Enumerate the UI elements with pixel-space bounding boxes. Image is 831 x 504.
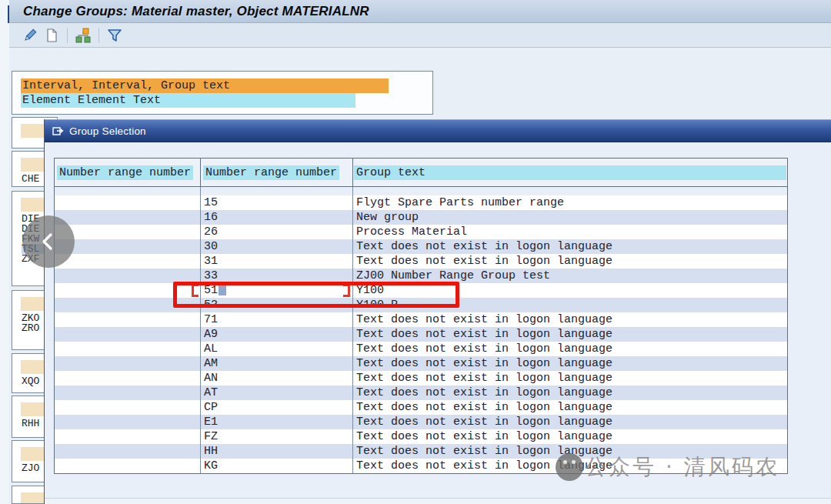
cell-range-number-2[interactable]: FZ [201,429,353,444]
table-row[interactable]: AL Text does not exist in logon language [55,342,787,356]
cell-range-number-1 [55,371,201,386]
cell-range-number-2[interactable]: 30 [201,239,353,254]
table-row[interactable]: A9 Text does not exist in logon language [55,327,787,342]
chevron-left-icon [35,229,62,255]
table-row[interactable]: 16 New group [55,210,787,225]
number-range-value: AN [204,372,218,385]
table-row[interactable]: 33 ZJ00 Number Range Group test [55,269,787,283]
table-row[interactable]: E1 Text does not exist in logon language [55,415,787,429]
filter-funnel-icon[interactable] [106,27,123,44]
header-col-3: Group text [353,159,787,186]
cell-group-text: Text does not exist in logon language [353,371,787,386]
table-row[interactable]: CP Text does not exist in logon language [55,400,787,415]
cell-range-number-1 [55,298,201,312]
cell-range-number-1 [55,459,201,473]
cell-group-text: Text does not exist in logon language [353,400,787,415]
legend-row-text: Element Element Text [21,93,355,108]
cell-range-number-2[interactable]: AM [201,356,353,371]
cell-range-number-2[interactable]: 33 [201,269,353,283]
cell-range-number-2[interactable]: 52 [201,298,353,312]
cell-range-number-2[interactable]: 26 [201,225,353,239]
table-row[interactable]: 71 Text does not exist in logon language [55,312,787,327]
hierarchy-icon[interactable] [75,27,92,44]
cell-range-number-1 [55,400,201,415]
cell-range-number-2[interactable]: E1 [201,415,353,429]
cell-group-text: Text does not exist in logon language [353,342,787,356]
cell-range-number-1 [55,225,201,239]
table-row[interactable]: 51 Y100 [55,283,787,298]
field-corner-bracket [343,290,350,297]
edit-pencil-icon[interactable] [22,27,38,44]
toolbar-separator [67,28,68,43]
table-row[interactable]: AM Text does not exist in logon language [55,356,787,371]
cell-range-number-2[interactable]: AN [201,371,353,386]
cell-range-number-2[interactable]: AT [201,386,353,400]
cell-group-text: Text does not exist in logon language [353,239,787,254]
toolbar-separator [98,28,99,43]
application-toolbar [9,23,831,48]
sap-screen: Change Groups: Material master, Object M… [0,0,831,504]
table-row[interactable]: AN Text does not exist in logon language [55,371,787,386]
cell-range-number-1 [55,342,201,356]
number-range-value: KG [204,459,218,472]
cell-range-number-2[interactable]: HH [201,444,353,459]
cell-group-text: ZJ00 Number Range Group test [353,269,787,283]
header-col-3-label: Group text [354,165,786,180]
cell-group-text: Text does not exist in logon language [353,444,787,459]
create-page-icon[interactable] [43,27,60,44]
cell-range-number-1 [55,195,201,210]
cell-range-number-1 [55,386,201,400]
cell-group-text: Text does not exist in logon language [353,356,787,371]
number-range-value: HH [204,445,218,458]
number-range-value: AM [204,357,218,370]
page-title: Change Groups: Material master, Object M… [23,4,369,19]
cell-range-number-2[interactable]: A9 [201,327,353,342]
cell-range-number-2[interactable]: KG [201,459,353,473]
number-range-value: AL [204,342,218,355]
cell-range-number-2[interactable]: 31 [201,254,353,269]
cell-group-text: Text does not exist in logon language [353,327,787,342]
cell-range-number-1 [55,429,201,444]
number-range-value: A9 [204,328,218,341]
table-row[interactable]: 30 Text does not exist in logon language [55,239,787,254]
number-range-value: AT [204,386,218,399]
table-row[interactable]: HH Text does not exist in logon language [55,444,787,459]
cell-range-number-1 [55,269,201,283]
number-range-value: CP [204,401,218,414]
cell-range-number-2[interactable]: 71 [201,312,353,327]
number-range-value: 52 [204,299,218,312]
table-row[interactable]: 52 Y100 P [55,298,787,312]
interval-legend-box: Interval, Interval, Group text Element E… [12,71,433,115]
cell-range-number-2[interactable]: 15 [201,195,353,210]
header-col-2-label: Number range number [203,165,339,180]
table-row[interactable]: KG Text does not exist in logon language [55,459,787,473]
number-range-value: 31 [204,255,218,268]
cell-range-number-2[interactable]: AL [201,342,353,356]
cell-range-number-1 [55,415,201,429]
group-selection-dialog: Group Selection Number range number Numb… [44,119,831,504]
cell-range-number-1 [55,356,201,371]
left-margin-strip [0,0,9,504]
table-row[interactable]: 26 Process Material [55,225,787,239]
cell-range-number-2[interactable]: 51 [201,283,353,298]
table-row[interactable]: AT Text does not exist in logon language [55,386,787,400]
table-row[interactable]: 15 Flygt Spare Parts number range [55,195,787,210]
cell-range-number-2[interactable]: 16 [201,210,353,225]
cell-range-number-1 [55,327,201,342]
table-spacer-row [55,187,787,195]
back-navigation-button[interactable] [22,215,75,268]
table-body: 15 Flygt Spare Parts number range 16 New… [55,195,787,473]
transaction-titlebar: Change Groups: Material master, Object M… [9,0,831,23]
cell-group-text: Text does not exist in logon language [353,386,787,400]
dialog-titlebar[interactable]: Group Selection [45,119,831,142]
number-range-value: 26 [204,225,218,239]
cell-group-text: Flygt Spare Parts number range [353,195,787,210]
header-col-1-label: Number range number [57,165,193,180]
legend-row: Element Element Text [21,92,432,106]
table-row[interactable]: 31 Text does not exist in logon language [55,254,787,269]
dialog-bottom-divider [45,498,831,504]
cell-range-number-2[interactable]: CP [201,400,353,415]
cell-group-text: Text does not exist in logon language [353,415,787,429]
cell-range-number-1 [55,312,201,327]
table-row[interactable]: FZ Text does not exist in logon language [55,429,787,444]
